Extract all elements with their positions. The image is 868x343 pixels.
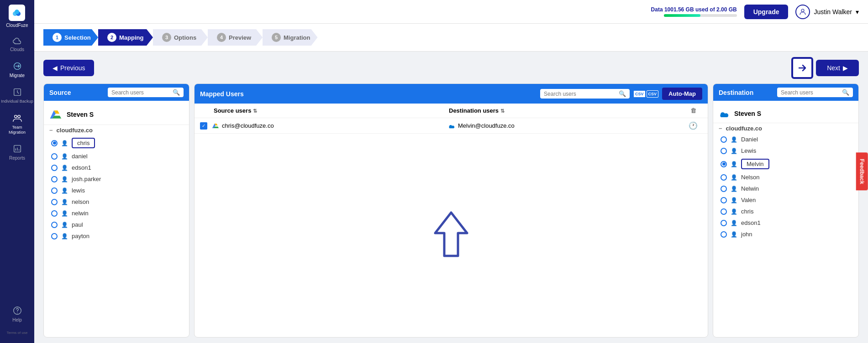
steps-bar: 1 Selection 2 Mapping 3 Options 4 Previe… (34, 24, 868, 52)
step-options[interactable]: 3 Options (153, 29, 208, 46)
source-user-name-edson1: edson1 (72, 164, 91, 171)
source-search-box[interactable]: 🔍 (108, 88, 184, 97)
previous-button[interactable]: ◀ Previous (43, 60, 94, 76)
user-icon: 👤 (61, 140, 68, 146)
dest-user-row-john[interactable]: 👤 john (713, 229, 858, 240)
content-area: ◀ Previous Next ▶ Source (34, 52, 868, 343)
source-user-row-edson1[interactable]: 👤 edson1 (44, 162, 189, 173)
upload-arrow-svg (431, 210, 472, 260)
svg-point-10 (801, 9, 804, 12)
source-user-header: Steven S (44, 104, 189, 125)
dest-user-name-chris: chris (741, 208, 753, 215)
dest-user-radio-edson1[interactable] (721, 220, 727, 226)
mapped-row-clock-icon[interactable]: 🕐 (689, 122, 698, 130)
sort-icon-source[interactable]: ⇅ (253, 108, 257, 114)
sidebar-item-clouds[interactable]: Clouds (0, 32, 34, 57)
terms-of-use[interactable]: Terms of use (0, 327, 34, 338)
dest-user-radio-john[interactable] (721, 231, 727, 238)
sidebar-item-migrate[interactable]: Migrate (0, 57, 34, 83)
dest-user-radio-valen[interactable] (721, 197, 727, 203)
sort-icon-dest[interactable]: ⇅ (500, 108, 505, 114)
automap-button[interactable]: Auto-Map (662, 88, 702, 100)
source-user-name-nelson: nelson (72, 198, 89, 205)
dest-user-row-nelwin[interactable]: 👤 Nelwin (713, 183, 858, 194)
progress-bar-fill (664, 14, 700, 17)
dest-title: Destination (719, 89, 753, 96)
dest-user-radio-lewis[interactable] (721, 148, 727, 154)
source-user-row-nelwin[interactable]: 👤 nelwin (44, 208, 189, 219)
source-user-radio-nelson[interactable] (51, 199, 58, 205)
dest-user-row-daniel[interactable]: 👤 Daniel (713, 134, 858, 145)
source-user-radio-daniel[interactable] (51, 153, 58, 160)
source-user-row-payton[interactable]: 👤 payton (44, 230, 189, 242)
dest-search-box[interactable]: 🔍 (777, 88, 853, 97)
source-user-radio-payton[interactable] (51, 233, 58, 239)
source-user-row-daniel[interactable]: 👤 daniel (44, 151, 189, 162)
sidebar-item-team-migration[interactable]: TeamMigration (0, 109, 34, 140)
source-user-row-josh[interactable]: 👤 josh.parker (44, 173, 189, 185)
google-drive-icon (49, 108, 62, 121)
step-preview[interactable]: 4 Preview (208, 29, 263, 46)
dest-search-input[interactable] (781, 89, 840, 96)
sidebar-item-help[interactable]: Help (0, 301, 34, 327)
dest-user-row-valen[interactable]: 👤 Valen (713, 194, 858, 206)
mapped-search-input[interactable] (544, 91, 617, 97)
user-icon: 👤 (731, 186, 737, 192)
dest-user-radio-melvin[interactable] (721, 161, 727, 167)
source-user-radio-josh[interactable] (51, 176, 58, 182)
next-button[interactable]: Next ▶ (816, 60, 859, 76)
next-arrow-decoration (791, 57, 813, 79)
sidebar-item-individual-backup[interactable]: Individual Backup (0, 83, 34, 109)
source-user-name-paul: paul (72, 221, 83, 228)
data-label: Data (651, 6, 663, 13)
source-user-radio-chris[interactable] (51, 140, 58, 146)
user-icon: 👤 (61, 176, 68, 182)
dest-user-radio-chris[interactable] (721, 208, 727, 215)
source-user-row-lewis[interactable]: 👤 lewis (44, 185, 189, 196)
svg-point-9 (17, 312, 17, 313)
dest-user-row-nelson[interactable]: 👤 Nelson (713, 172, 858, 183)
team-migration-icon (12, 113, 22, 123)
mapped-search-box[interactable]: 🔍 (540, 89, 630, 99)
source-user-row-nelson[interactable]: 👤 nelson (44, 196, 189, 208)
user-icon: 👤 (61, 187, 68, 194)
source-search-input[interactable] (111, 89, 171, 96)
dest-user-row-melvin[interactable]: 👤 Melvin (713, 156, 858, 172)
csv-icon-1: CSV (633, 90, 646, 98)
user-name: Justin Walker (814, 8, 852, 16)
dest-user-radio-nelson[interactable] (721, 174, 727, 181)
source-user-radio-paul[interactable] (51, 222, 58, 228)
source-user-row-paul[interactable]: 👤 paul (44, 219, 189, 230)
source-user-row-chris[interactable]: 👤 chris (44, 135, 189, 151)
dest-domain-row: − cloudfuze.co (713, 123, 858, 134)
step-migration[interactable]: 5 Migration (263, 29, 318, 46)
mapped-row-checkbox[interactable]: ✓ (200, 122, 207, 130)
sidebar-item-label: Migrate (10, 73, 25, 78)
dest-user-row-chris[interactable]: 👤 chris (713, 206, 858, 217)
dest-user-row-edson1[interactable]: 👤 edson1 (713, 217, 858, 229)
sidebar-logo[interactable]: CloudFuze (6, 5, 28, 28)
source-user-radio-lewis[interactable] (51, 187, 58, 194)
step-selection[interactable]: 1 Selection (43, 29, 98, 46)
dest-user-radio-daniel[interactable] (721, 136, 727, 143)
dest-user-radio-nelwin[interactable] (721, 186, 727, 192)
user-icon: 👤 (731, 220, 737, 226)
source-user-radio-nelwin[interactable] (51, 210, 58, 217)
dest-user-row-lewis[interactable]: 👤 Lewis (713, 145, 858, 156)
feedback-tab[interactable]: Feedback (856, 152, 868, 190)
source-user-radio-edson1[interactable] (51, 165, 58, 171)
dest-domain: cloudfuze.co (726, 125, 762, 132)
step-num-1: 1 (53, 33, 62, 42)
sidebar-item-reports[interactable]: Reports (0, 139, 34, 165)
user-icon: 👤 (731, 148, 737, 154)
source-user-name-josh: josh.parker (72, 176, 101, 182)
user-icon: 👤 (61, 210, 68, 217)
user-icon: 👤 (61, 153, 68, 160)
user-menu[interactable]: Justin Walker ▾ (795, 5, 859, 19)
delete-all-icon[interactable]: 🗑 (690, 107, 696, 114)
next-arrow-icon: ▶ (843, 64, 848, 72)
sidebar-item-label: TeamMigration (9, 125, 26, 135)
panels: Source 🔍 Steven S − cloudfuze.co (43, 83, 859, 338)
upgrade-button[interactable]: Upgrade (744, 5, 789, 19)
step-mapping[interactable]: 2 Mapping (98, 29, 153, 46)
